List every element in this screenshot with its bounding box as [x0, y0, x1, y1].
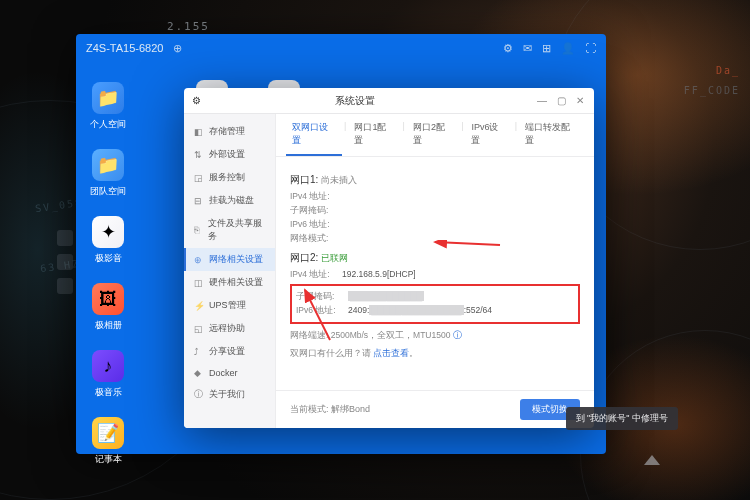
sidebar-item-2[interactable]: ◲服务控制 [184, 166, 275, 189]
bg-deco-text: Da_ [716, 65, 740, 76]
tab-4[interactable]: 端口转发配置 [519, 114, 584, 156]
desktop-icon-grid: 📁 个人空间 📁 团队空间 ✦ 极影音 🖼 极相册 ♪ 极音乐 📝 记事本 [90, 82, 126, 466]
taskbar-item[interactable] [57, 230, 73, 246]
help-link[interactable]: 点击查看 [373, 348, 409, 358]
music-icon: ♪ [92, 350, 124, 382]
sidebar-item-8[interactable]: ◱远程协助 [184, 317, 275, 340]
sidebar-icon: ⊕ [194, 255, 204, 265]
sidebar-icon: ◱ [194, 324, 204, 334]
port2-ipv6-row: IPv6 地址: 2409:███████████████:552/64 [296, 305, 574, 317]
settings-panel: 网口1: 尚未插入 IPv4 地址:子网掩码:IPv6 地址:网络模式: 网口2… [276, 157, 594, 390]
notification-toast[interactable]: 到 "我的账号" 中修理号 [566, 407, 678, 430]
sidebar-icon: ⓘ [194, 388, 204, 401]
sidebar-item-4[interactable]: ⎘文件及共享服务 [184, 212, 275, 248]
sidebar-icon: ⎘ [194, 225, 203, 235]
tab-3[interactable]: IPv6设置 [465, 114, 512, 156]
port2-mask-row: 子网掩码: ████████████ [296, 291, 574, 303]
settings-tabs: 双网口设置|网口1配置|网口2配置|IPv6设置|端口转发配置 [276, 114, 594, 157]
annotation-highlight-box: 子网掩码: ████████████ IPv6 地址: 2409:███████… [290, 284, 580, 324]
sidebar-icon: ⚡ [194, 301, 204, 311]
desktop-icon-personal[interactable]: 📁 个人空间 [90, 82, 126, 131]
settings-title: 系统设置 [184, 94, 535, 108]
tab-1[interactable]: 网口1配置 [348, 114, 400, 156]
sidebar-icon: ◧ [194, 127, 204, 137]
settings-icon[interactable]: ⚙ [503, 42, 513, 55]
folder-icon: 📁 [92, 82, 124, 114]
settings-footer: 当前模式: 解绑Bond 模式切换 [276, 390, 594, 428]
redacted-value: ████████████ [348, 291, 424, 301]
port2-status: 已联网 [321, 253, 348, 263]
globe-icon[interactable]: ⊕ [173, 42, 182, 55]
desktop-icon-music[interactable]: ♪ 极音乐 [92, 350, 124, 399]
sidebar-icon: ◫ [194, 278, 204, 288]
maximize-button[interactable]: ▢ [555, 95, 568, 106]
redacted-value: ███████████████ [369, 305, 463, 315]
app-icon: ✦ [92, 216, 124, 248]
sidebar-icon: ◆ [194, 368, 204, 378]
close-button[interactable]: ✕ [574, 95, 586, 106]
tab-0[interactable]: 双网口设置 [286, 114, 342, 156]
sidebar-item-5[interactable]: ⊕网络相关设置 [184, 248, 275, 271]
sidebar-item-9[interactable]: ⤴分享设置 [184, 340, 275, 363]
tray-indicator [644, 455, 660, 465]
note-icon: 📝 [92, 417, 124, 449]
window-title: Z4S-TA15-6820 [86, 42, 163, 54]
network-speed: 网络端速: 2500Mb/s，全双工，MTU1500 ⓘ [290, 330, 580, 342]
port1-info-row: 网络模式: [290, 233, 580, 245]
port1-info-row: IPv4 地址: [290, 191, 580, 203]
port1-heading: 网口1: 尚未插入 [290, 173, 580, 187]
sidebar-item-7[interactable]: ⚡UPS管理 [184, 294, 275, 317]
settings-sidebar: ◧存储管理⇅外部设置◲服务控制⊟挂载为磁盘⎘文件及共享服务⊕网络相关设置◫硬件相… [184, 114, 276, 428]
window-titlebar[interactable]: Z4S-TA15-6820 ⊕ ⚙ ✉ ⊞ 👤 ⛶ [76, 34, 606, 62]
sidebar-item-3[interactable]: ⊟挂载为磁盘 [184, 189, 275, 212]
folder-icon: 📁 [92, 149, 124, 181]
photo-icon: 🖼 [92, 283, 124, 315]
system-settings-window: ⚙ 系统设置 — ▢ ✕ ◧存储管理⇅外部设置◲服务控制⊟挂载为磁盘⎘文件及共享… [184, 88, 594, 428]
sidebar-icon: ⇅ [194, 150, 204, 160]
sidebar-item-6[interactable]: ◫硬件相关设置 [184, 271, 275, 294]
help-text: 双网口有什么用？请 点击查看。 [290, 348, 580, 360]
sidebar-item-11[interactable]: ⓘ关于我们 [184, 383, 275, 406]
tab-2[interactable]: 网口2配置 [407, 114, 459, 156]
bg-deco-text: FF_CODE [684, 85, 740, 96]
info-icon[interactable]: ⓘ [453, 330, 462, 340]
minimize-button[interactable]: — [535, 95, 549, 106]
grid-icon[interactable]: ⊞ [542, 42, 551, 55]
port1-info-row: IPv6 地址: [290, 219, 580, 231]
sidebar-item-0[interactable]: ◧存储管理 [184, 120, 275, 143]
sidebar-icon: ◲ [194, 173, 204, 183]
mode-label: 当前模式: 解绑Bond [290, 403, 370, 416]
settings-titlebar[interactable]: ⚙ 系统设置 — ▢ ✕ [184, 88, 594, 114]
sidebar-item-1[interactable]: ⇅外部设置 [184, 143, 275, 166]
taskbar-item[interactable] [57, 278, 73, 294]
user-icon[interactable]: 👤 [561, 42, 575, 55]
bg-deco-text: 2.155 [167, 20, 210, 33]
sidebar-icon: ⊟ [194, 196, 204, 206]
port2-ipv4-row: IPv4 地址: 192.168.5.9[DHCP] [290, 269, 580, 281]
port2-heading: 网口2: 已联网 [290, 251, 580, 265]
fullscreen-icon[interactable]: ⛶ [585, 42, 596, 54]
desktop-icon-photo[interactable]: 🖼 极相册 [92, 283, 124, 332]
desktop-icon-team[interactable]: 📁 团队空间 [90, 149, 126, 198]
os-taskbar [55, 230, 75, 294]
sidebar-item-10[interactable]: ◆Docker [184, 363, 275, 383]
sidebar-icon: ⤴ [194, 347, 204, 357]
port1-info-row: 子网掩码: [290, 205, 580, 217]
taskbar-item[interactable] [57, 254, 73, 270]
port1-status: 尚未插入 [321, 175, 357, 185]
desktop-icon-notes[interactable]: 📝 记事本 [92, 417, 124, 466]
desktop-icon-video[interactable]: ✦ 极影音 [92, 216, 124, 265]
mail-icon[interactable]: ✉ [523, 42, 532, 55]
